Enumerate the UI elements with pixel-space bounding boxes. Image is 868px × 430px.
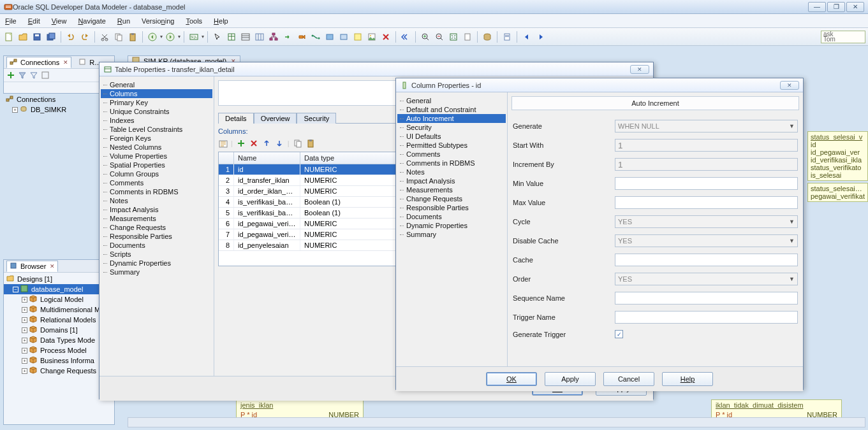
nav-item[interactable]: Documents	[101, 241, 212, 250]
nav-item[interactable]: Column Groups	[101, 169, 212, 178]
window-close-button[interactable]: ✕	[846, 2, 864, 12]
funnel-a-icon[interactable]	[18, 71, 27, 80]
expand-icon[interactable]: +	[22, 307, 27, 313]
box-b-icon[interactable]	[337, 31, 350, 43]
first-icon[interactable]	[399, 31, 412, 43]
nav-item[interactable]: General	[101, 80, 212, 89]
nav-item[interactable]: Responsible Parties	[101, 232, 212, 241]
zoom-out-icon[interactable]	[433, 31, 446, 43]
expand-icon[interactable]: +	[22, 338, 27, 343]
browser-tab[interactable]: Browser ✕	[6, 261, 58, 272]
menu-run[interactable]: Run	[117, 17, 130, 25]
expand-icon[interactable]: +	[22, 348, 27, 354]
nav-item[interactable]: Security	[397, 123, 506, 132]
expand-icon[interactable]: +	[22, 317, 27, 323]
nav-item[interactable]: Measurements	[397, 185, 506, 194]
remove-column-icon[interactable]	[249, 139, 258, 148]
right-box-1[interactable]: status_selesai_v idid_pegawai_verid_veri…	[807, 131, 868, 181]
nav-item[interactable]: Responsible Parties	[397, 203, 506, 212]
db-icon[interactable]	[481, 31, 494, 43]
nav-item[interactable]: Scripts	[101, 250, 212, 259]
orange-arrow-icon[interactable]	[295, 31, 308, 43]
cycle-select[interactable]: YES▼	[615, 215, 798, 228]
add-column-icon[interactable]	[237, 139, 246, 148]
sequence_name-input[interactable]	[615, 292, 798, 305]
prev-blue-icon[interactable]	[520, 31, 533, 43]
nav-item[interactable]: Notes	[101, 196, 212, 205]
window-maximize-button[interactable]: ❐	[827, 2, 845, 12]
window-minimize-button[interactable]: —	[808, 2, 826, 12]
generate_trigger-checkbox[interactable]: ✓	[615, 330, 623, 338]
refresh-icon[interactable]	[41, 71, 50, 80]
sub-tab[interactable]: Overview	[254, 113, 297, 124]
pointer-icon[interactable]	[211, 31, 224, 43]
filter-icon[interactable]	[29, 71, 38, 80]
redo-icon[interactable]	[78, 31, 91, 43]
save-icon[interactable]	[31, 31, 43, 43]
nav-item[interactable]: Auto Increment	[397, 114, 506, 123]
ok-button[interactable]: OK	[486, 372, 537, 386]
nav-item[interactable]: Comments	[397, 150, 506, 159]
nav-item[interactable]: General	[397, 96, 506, 105]
nav-item[interactable]: Impact Analysis	[397, 176, 506, 185]
nav-item[interactable]: UI Defaults	[397, 132, 506, 141]
nav-item[interactable]: Spatial Properties	[101, 161, 212, 169]
table-icon[interactable]	[225, 31, 238, 43]
hierarchy-icon[interactable]	[267, 31, 280, 43]
paste-icon[interactable]	[126, 31, 139, 43]
sql-icon[interactable]: SQL	[188, 31, 200, 43]
nav-item[interactable]: Dynamic Properties	[101, 259, 212, 268]
trigger_name-input[interactable]	[615, 311, 798, 324]
browser-item[interactable]: +Relational Models	[4, 315, 114, 325]
help-button[interactable]: Help	[662, 372, 713, 386]
grid-b-icon[interactable]	[253, 31, 266, 43]
increment_by-input[interactable]	[615, 158, 798, 171]
menu-navigate[interactable]: Navigate	[78, 17, 105, 25]
menu-edit[interactable]: Edit	[28, 17, 40, 25]
nav-item[interactable]: Permitted Subtypes	[397, 141, 506, 150]
nav-item[interactable]: Change Requests	[397, 194, 506, 203]
cancel-button[interactable]: Cancel	[603, 372, 654, 386]
cache-input[interactable]	[615, 254, 798, 266]
nav-item[interactable]: Unique Constraints	[101, 107, 212, 116]
zoom-in-icon[interactable]	[419, 31, 432, 43]
nav-item[interactable]: Dynamic Properties	[397, 221, 506, 230]
nav-item[interactable]: Summary	[397, 230, 506, 239]
nav-item[interactable]: Change Requests	[101, 223, 212, 232]
expand-icon[interactable]: +	[22, 358, 27, 364]
note-icon[interactable]	[351, 31, 364, 43]
menu-versioning[interactable]: Versioning	[142, 17, 174, 25]
browser-item[interactable]: +Data Types Mode	[4, 335, 114, 345]
move-down-icon[interactable]	[275, 139, 284, 148]
expand-icon[interactable]: +	[22, 327, 27, 333]
grid-a-icon[interactable]	[239, 31, 252, 43]
dialog-close-button[interactable]: ✕	[780, 81, 799, 90]
menu-view[interactable]: View	[52, 17, 67, 25]
report-icon[interactable]	[501, 31, 513, 43]
add-connection-icon[interactable]	[6, 71, 15, 80]
horizontal-scrollbar[interactable]	[128, 417, 865, 427]
nav-item[interactable]: Foreign Keys	[101, 134, 212, 143]
save-all-icon[interactable]	[45, 31, 57, 43]
menu-tools[interactable]: Tools	[186, 17, 202, 25]
fit-page-icon[interactable]	[461, 31, 474, 43]
green-arrow-icon[interactable]	[281, 31, 294, 43]
close-icon[interactable]: ✕	[63, 59, 68, 66]
nav-item[interactable]: Volume Properties	[101, 152, 212, 161]
nav-item[interactable]: Documents	[397, 212, 506, 221]
close-icon[interactable]: ✕	[50, 263, 55, 269]
nav-item[interactable]: Comments in RDBMS	[101, 187, 212, 196]
generate-select[interactable]: WHEN NULL▼	[615, 120, 798, 133]
grid-header-num[interactable]	[219, 152, 234, 164]
nav-item[interactable]: Measurements	[101, 214, 212, 223]
copy-icon[interactable]	[112, 31, 125, 43]
nav-item[interactable]: Comments	[101, 178, 212, 187]
paste-cols-icon[interactable]	[306, 139, 315, 148]
browser-item[interactable]: +Logical Model	[4, 294, 114, 305]
connections-tab[interactable]: Connections ✕	[6, 57, 71, 68]
expand-icon[interactable]: +	[22, 297, 27, 303]
forward-icon[interactable]	[164, 31, 177, 43]
browser-item[interactable]: +Multidimensional M	[4, 305, 114, 315]
open-icon[interactable]	[17, 31, 29, 43]
collapse-icon[interactable]: −	[13, 287, 18, 292]
